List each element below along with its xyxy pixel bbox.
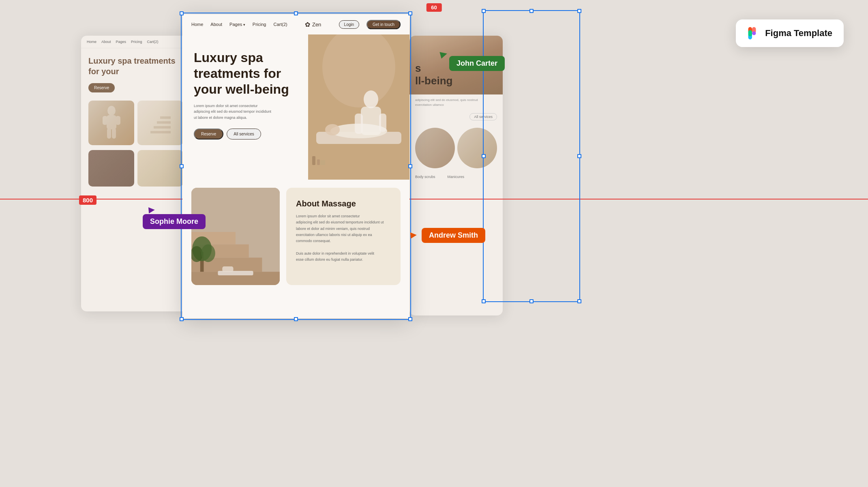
spa-img-stairs [137, 101, 183, 145]
nav-cta-btn[interactable]: Get in touch [366, 20, 401, 29]
right-panel-subtext: adipiscing elit sed do eiusmod, quis nos… [409, 94, 503, 111]
svg-rect-20 [317, 159, 320, 165]
svg-rect-6 [150, 131, 171, 133]
hero-title: Luxury spa treatments for your well-bein… [194, 50, 297, 97]
svg-rect-1 [107, 115, 116, 129]
figma-badge: Figma Template [736, 19, 844, 47]
logo-text: Zen [312, 21, 321, 28]
hero-description: Lorem ipsum dolor sit amet consectetur a… [194, 103, 275, 120]
left-panel-hero-text: Luxury spa treatments for your [81, 48, 191, 80]
john-carter-badge: John Carter [449, 56, 505, 71]
width-badge: 60 [426, 3, 442, 12]
services-btn[interactable]: All services [227, 129, 261, 139]
svg-rect-36 [748, 30, 752, 36]
sp-nav-pages: Pages [116, 40, 126, 44]
left-panel-images [81, 96, 191, 150]
sophie-cursor-arrow: ▶ [148, 204, 155, 214]
hero-img-svg [308, 34, 409, 180]
about-text-box: About Massage Lorem ipsum dolor sit amet… [286, 188, 401, 285]
spa-img-dark [88, 150, 134, 187]
right-panel-circle-2 [457, 128, 497, 168]
left-panel-img-4 [137, 150, 183, 187]
svg-point-15 [364, 90, 378, 108]
svg-rect-8 [157, 121, 171, 124]
about-image-container [182, 180, 280, 293]
about-section: About Massage Lorem ipsum dolor sit amet… [182, 180, 409, 293]
reserve-btn[interactable]: Reserve [194, 129, 223, 139]
service-label-1: Body scrubs [415, 175, 435, 179]
nav-about[interactable]: About [210, 22, 222, 27]
sophie-moore-badge: Sophie Moore [143, 214, 206, 229]
svg-rect-19 [312, 156, 315, 165]
figma-badge-text: Figma Template [765, 28, 832, 39]
svg-rect-31 [218, 271, 253, 275]
horizontal-guide [0, 199, 868, 200]
left-panel-img-2 [137, 101, 183, 145]
right-panel-circle-1 [415, 128, 455, 168]
right-panel-service-labels: Body scrubs Manicures [409, 173, 503, 180]
svg-point-37 [752, 31, 756, 35]
left-panel-img-3 [88, 150, 134, 187]
sp-nav-cart: Cart(2) [147, 40, 159, 44]
about-img-svg [191, 188, 280, 285]
right-panel: s ll-being adipiscing elit sed do eiusmo… [409, 36, 503, 315]
svg-rect-9 [160, 116, 171, 119]
sophie-cursor-area: ▶ Sophie Moore [143, 214, 206, 229]
guide-label: 800 [79, 195, 96, 205]
service-label-2: Manicures [448, 175, 465, 179]
sp-nav-about: About [101, 40, 111, 44]
main-frame: Home About Pages Pricing Cart(2) ✿ Zen L… [182, 14, 409, 318]
andrew-cursor-arrow: ▶ [410, 229, 417, 239]
svg-rect-2 [103, 116, 107, 125]
svg-rect-17 [355, 114, 363, 134]
hero-image [308, 34, 409, 180]
left-panel-images-2 [81, 150, 191, 191]
left-panel-nav: Home About Pages Pricing Cart(2) [81, 36, 191, 48]
about-description: Lorem ipsum dolor sit amet consectetur a… [296, 213, 391, 263]
logo-icon: ✿ [305, 21, 310, 28]
right-panel-btn-row: All services [409, 111, 503, 123]
spa-img-light [137, 150, 183, 187]
right-panel-hero-partial: s ll-being [415, 62, 452, 87]
about-image [191, 188, 280, 285]
svg-rect-21 [320, 160, 325, 165]
right-panel-circle-images [409, 123, 503, 173]
nav-cart[interactable]: Cart(2) [273, 22, 287, 27]
spa-img-person [88, 101, 134, 145]
sp-nav-pricing: Pricing [131, 40, 142, 44]
andrew-smith-badge: Andrew Smith [422, 228, 485, 243]
svg-rect-16 [361, 107, 381, 135]
nav-pricing[interactable]: Pricing [253, 22, 266, 27]
left-panel-reserve-btn[interactable]: Reserve [88, 83, 115, 92]
hero-section: Luxury spa treatments for your well-bein… [182, 34, 409, 180]
svg-rect-3 [116, 116, 120, 125]
about-title: About Massage [296, 199, 391, 208]
andrew-cursor-area: ▶ Andrew Smith [422, 228, 485, 243]
svg-rect-7 [154, 126, 171, 129]
hero-img-bg [308, 34, 409, 180]
nav-login-btn[interactable]: Login [339, 20, 359, 29]
svg-rect-18 [379, 114, 386, 132]
main-nav: Home About Pages Pricing Cart(2) ✿ Zen L… [182, 14, 409, 34]
figma-icon [745, 26, 759, 41]
hero-buttons: Reserve All services [194, 129, 297, 139]
john-cursor-area: ▶ John Carter [449, 56, 505, 71]
svg-point-30 [201, 245, 215, 262]
svg-rect-5 [112, 128, 116, 139]
nav-home[interactable]: Home [191, 22, 203, 27]
left-panel: Home About Pages Pricing Cart(2) Luxury … [81, 36, 191, 311]
hero-left: Luxury spa treatments for your well-bein… [182, 34, 308, 180]
svg-point-0 [107, 106, 116, 116]
figma-logo-svg [745, 26, 759, 41]
svg-point-14 [325, 124, 340, 135]
nav-logo: ✿ Zen [305, 21, 321, 28]
nav-pages[interactable]: Pages [229, 22, 245, 27]
svg-rect-32 [222, 266, 233, 272]
sp-nav-home: Home [87, 40, 96, 44]
left-panel-img-1 [88, 101, 134, 145]
svg-rect-4 [107, 128, 111, 139]
right-panel-all-services-btn[interactable]: All services [469, 113, 497, 120]
